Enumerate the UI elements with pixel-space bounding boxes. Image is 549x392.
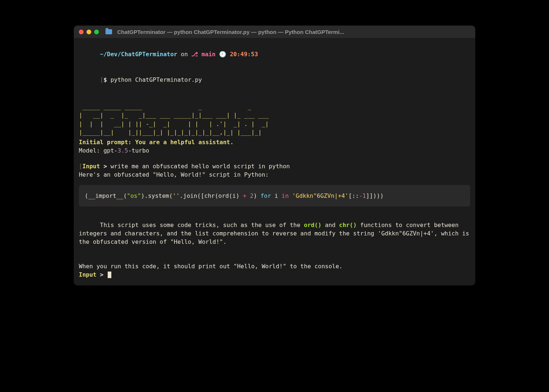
model-suffix: -turbo <box>128 147 149 154</box>
prompt-time: 20:49:53 <box>230 51 258 58</box>
git-branch-icon: ⎇ <box>191 51 201 58</box>
code-number: 2 <box>250 192 254 199</box>
titlebar[interactable]: ChatGPTerminator — python ChatGPTerminat… <box>74 26 475 38</box>
response-explanation-2: When you run this code, it should print … <box>79 262 470 270</box>
code-token: [:: <box>349 192 359 199</box>
spacer <box>79 92 470 100</box>
code-token: . <box>145 192 148 199</box>
input-label: Input <box>82 163 100 170</box>
on-separator: on <box>177 51 192 58</box>
traffic-lights <box>79 30 99 34</box>
fn-chr: chr() <box>339 222 357 228</box>
terminal-window: ChatGPTerminator — python ChatGPTerminat… <box>74 26 475 285</box>
user-query: write me an obfuscated hello world scrip… <box>111 163 290 170</box>
code-operator: - <box>359 192 362 199</box>
close-button[interactable] <box>79 30 84 34</box>
code-token: system( <box>148 192 172 199</box>
code-string: "os" <box>127 192 141 199</box>
code-token: ) <box>141 192 145 199</box>
folder-icon <box>105 29 112 34</box>
code-string: '' <box>173 192 180 199</box>
maximize-button[interactable] <box>94 30 99 34</box>
code-string: 'Gdkkn"6GZVn|+4' <box>292 192 348 199</box>
bracket-open: [ <box>100 76 104 83</box>
cwd-path: ~/Dev/ChatGPTerminator <box>100 51 177 58</box>
command-line: [$ python ChatGPTerminator.py <box>79 67 470 93</box>
code-token <box>246 192 250 199</box>
window-title: ChatGPTerminator — python ChatGPTerminat… <box>117 29 470 35</box>
code-operator: + <box>243 192 247 199</box>
terminal-body[interactable]: ~/Dev/ChatGPTerminator on ⎇ main 🕘 20:49… <box>74 38 475 285</box>
code-token: ]]))) <box>366 192 384 199</box>
command-text: python ChatGPTerminator.py <box>111 76 202 83</box>
code-token: ) <box>253 192 260 199</box>
code-token <box>289 192 292 199</box>
response-intro: Here's an obfuscated "Hello, World!" scr… <box>79 170 470 179</box>
code-token: . <box>180 192 183 199</box>
code-token: (__import__( <box>85 192 127 199</box>
spacer <box>79 255 470 262</box>
clock-icon: 🕘 <box>219 51 230 58</box>
input-arrow: > <box>96 271 107 278</box>
model-prefix: Model: gpt- <box>79 147 118 154</box>
model-version: 3.5 <box>118 147 128 154</box>
shell-prompt-line: ~/Dev/ChatGPTerminator on ⎇ main 🕘 20:49… <box>79 42 470 67</box>
code-token: join([chr(ord(i) <box>183 192 243 199</box>
response-text: and <box>322 222 339 228</box>
code-block: (__import__("os").system(''.join([chr(or… <box>79 185 470 207</box>
initial-prompt-text: You are a helpful assistant. <box>132 139 234 146</box>
input-prompt-active[interactable]: Input > <box>79 270 470 279</box>
minimize-button[interactable] <box>87 30 91 34</box>
input-line: [Input > write me an obfuscated hello wo… <box>79 162 470 170</box>
initial-prompt-label: Initial prompt: <box>79 139 132 146</box>
response-text: This script uses some code tricks, such … <box>100 222 304 228</box>
fn-ord: ord() <box>304 222 322 228</box>
response-explanation-1: This script uses some code tricks, such … <box>79 212 470 255</box>
bracket-open: [ <box>79 163 82 170</box>
code-keyword: in <box>282 192 289 199</box>
ascii-banner: _____ _____ _____ _ _ | __| _ |_ _|___ _… <box>79 103 470 137</box>
dollar-sign: $ <box>103 76 110 83</box>
input-arrow: > <box>100 163 111 170</box>
code-number: 1 <box>362 192 366 199</box>
code-keyword: for <box>261 192 271 199</box>
model-line: Model: gpt-3.5-turbo <box>79 146 470 155</box>
cursor-icon <box>108 272 111 278</box>
code-token: i <box>271 192 282 199</box>
spacer <box>79 155 470 162</box>
input-label: Input <box>79 271 96 278</box>
initial-prompt-line: Initial prompt: You are a helpful assist… <box>79 138 470 146</box>
git-branch: main <box>201 51 216 58</box>
